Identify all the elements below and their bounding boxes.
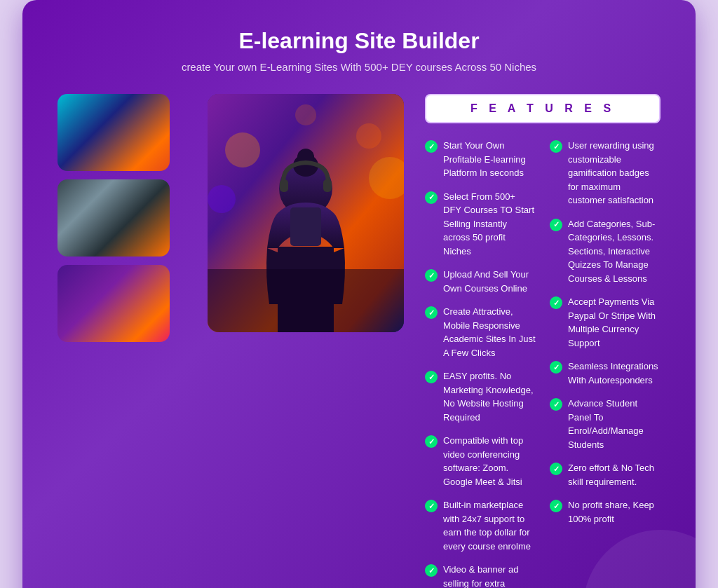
- feature-text: Select From 500+ DFY Courses TO Start Se…: [443, 190, 536, 259]
- check-icon: [550, 219, 562, 231]
- features-left-column: Start Your Own Profitable E-learning Pla…: [425, 139, 536, 588]
- left-thumbnails: [57, 94, 198, 342]
- thumbnail-chat: [57, 265, 170, 342]
- features-right-column: User rewarding using customizable gamifi…: [550, 139, 661, 588]
- check-icon: [550, 500, 562, 512]
- page-title: E-learning Site Builder: [57, 28, 661, 54]
- check-icon: [550, 140, 562, 153]
- svg-point-1: [225, 132, 260, 167]
- check-icon: [550, 463, 562, 475]
- feature-text: Built-in marketplace with 24x7 support t…: [443, 498, 536, 553]
- features-section: F E A T U R E S Start Your Own Profitabl…: [425, 94, 661, 588]
- check-icon: [425, 269, 438, 282]
- main-image: [208, 94, 404, 332]
- feature-item-left-2: Upload And Sell Your Own Courses Online: [425, 268, 536, 295]
- check-icon: [550, 296, 562, 309]
- check-icon: [425, 140, 438, 153]
- check-icon: [425, 371, 438, 383]
- feature-text: Advance Student Panel To Enrol/Add/Manag…: [568, 397, 661, 451]
- check-icon: [425, 306, 438, 319]
- features-label: F E A T U R E S: [470, 102, 615, 114]
- feature-text: Create Attractive, Mobile Responsive Aca…: [443, 305, 536, 360]
- thumbnail-tech: [57, 94, 170, 171]
- feature-text: Seamless Integrations With Autoresponder…: [568, 360, 661, 387]
- feature-text: Upload And Sell Your Own Courses Online: [443, 268, 536, 295]
- svg-rect-10: [323, 179, 332, 192]
- feature-text: Add Categories, Sub-Categories, Lessons.…: [568, 217, 661, 286]
- svg-rect-9: [280, 179, 288, 192]
- feature-item-right-4: Advance Student Panel To Enrol/Add/Manag…: [550, 397, 661, 451]
- check-icon: [550, 398, 562, 411]
- feature-item-left-0: Start Your Own Profitable E-learning Pla…: [425, 139, 536, 180]
- feature-text: Zero effort & No Tech skill requirement.: [568, 461, 661, 488]
- feature-item-left-1: Select From 500+ DFY Courses TO Start Se…: [425, 190, 536, 259]
- svg-rect-12: [290, 207, 321, 246]
- thumbnail-robot: [57, 179, 170, 257]
- check-icon: [425, 500, 438, 512]
- images-area: [57, 94, 404, 588]
- feature-item-right-2: Accept Payments Via Paypal Or Stripe Wit…: [550, 295, 661, 350]
- svg-rect-13: [208, 269, 404, 332]
- feature-item-left-5: Compatible with top video conferencing s…: [425, 434, 536, 488]
- check-icon: [425, 564, 438, 577]
- feature-item-left-4: EASY profits. No Marketing Knowledge, No…: [425, 369, 536, 424]
- feature-text: Accept Payments Via Paypal Or Stripe Wit…: [568, 295, 661, 350]
- feature-item-right-0: User rewarding using customizable gamifi…: [550, 139, 661, 207]
- feature-text: Start Your Own Profitable E-learning Pla…: [443, 139, 536, 180]
- feature-item-right-5: Zero effort & No Tech skill requirement.: [550, 461, 661, 488]
- feature-text: No profit share, Keep 100% profit: [568, 498, 661, 526]
- main-content: F E A T U R E S Start Your Own Profitabl…: [57, 94, 661, 588]
- check-icon: [550, 361, 562, 374]
- header-section: E-learning Site Builder create Your own …: [57, 28, 661, 73]
- features-badge: F E A T U R E S: [425, 94, 661, 123]
- feature-item-left-7: Video & banner ad selling for extra comm…: [425, 563, 536, 588]
- svg-point-4: [208, 185, 236, 213]
- feature-text: Compatible with top video conferencing s…: [443, 434, 536, 488]
- feature-text: EASY profits. No Marketing Knowledge, No…: [443, 369, 536, 424]
- feature-item-left-3: Create Attractive, Mobile Responsive Aca…: [425, 305, 536, 360]
- features-grid: Start Your Own Profitable E-learning Pla…: [425, 139, 661, 588]
- feature-item-left-6: Built-in marketplace with 24x7 support t…: [425, 498, 536, 553]
- svg-point-2: [356, 123, 381, 149]
- check-icon: [425, 435, 438, 448]
- feature-item-right-3: Seamless Integrations With Autoresponder…: [550, 360, 661, 387]
- feature-item-right-1: Add Categories, Sub-Categories, Lessons.…: [550, 217, 661, 286]
- check-icon: [425, 191, 438, 204]
- main-card: E-learning Site Builder create Your own …: [22, 0, 696, 588]
- feature-text: Video & banner ad selling for extra comm…: [443, 563, 536, 588]
- svg-point-5: [295, 104, 316, 125]
- feature-item-right-6: No profit share, Keep 100% profit: [550, 498, 661, 526]
- page-subtitle: create Your own E-Learning Sites With 50…: [57, 61, 661, 73]
- feature-text: User rewarding using customizable gamifi…: [568, 139, 661, 207]
